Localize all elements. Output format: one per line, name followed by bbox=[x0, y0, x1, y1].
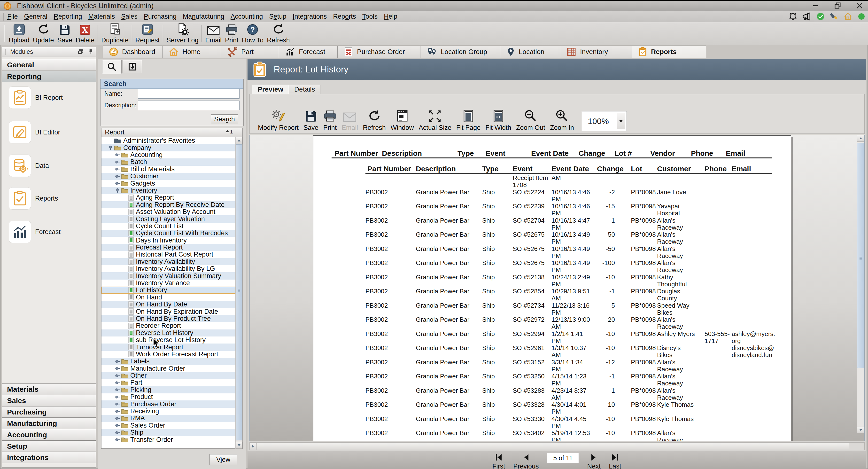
tree-item[interactable]: Cycle Count List bbox=[101, 223, 236, 230]
menu-item[interactable]: Manufacturing bbox=[180, 13, 227, 20]
report-tool-button[interactable]: Modify Report bbox=[255, 108, 301, 131]
zoom-level-combobox[interactable]: 100% bbox=[582, 111, 627, 131]
tree-expand-icon[interactable] bbox=[114, 409, 121, 414]
tree-item[interactable]: On Hand By Date bbox=[101, 301, 236, 308]
tree-item[interactable]: Inventory Valuation Summary bbox=[101, 272, 236, 279]
tree-expand-icon[interactable] bbox=[114, 380, 121, 385]
tree-item[interactable]: Other bbox=[101, 372, 236, 379]
report-tool-button[interactable]: Fit Width bbox=[483, 108, 514, 131]
tree-scroll-up-icon[interactable] bbox=[236, 137, 242, 144]
tree-expand-icon[interactable] bbox=[114, 373, 121, 378]
tree-expand-icon[interactable] bbox=[114, 159, 121, 165]
report-tool-button[interactable]: Zoom In bbox=[548, 108, 577, 131]
tree-item[interactable]: Costing Layer Valuation bbox=[101, 215, 236, 222]
toolbar-button[interactable]: Print bbox=[223, 23, 240, 44]
tree-item[interactable]: Cycle Count List With Barcodes bbox=[101, 230, 236, 237]
tree-expand-icon[interactable] bbox=[114, 359, 121, 364]
module-section-header[interactable]: Manufacturing bbox=[2, 418, 96, 429]
tree-item[interactable]: Labels bbox=[101, 358, 236, 365]
previous-page-button[interactable]: Previous bbox=[513, 452, 538, 469]
tree-expand-icon[interactable] bbox=[114, 152, 121, 157]
preview-scroll-up-icon[interactable] bbox=[857, 135, 864, 142]
pin-panel-icon[interactable] bbox=[89, 49, 93, 55]
tree-expand-icon[interactable] bbox=[114, 437, 121, 442]
module-section-header[interactable]: Purchasing bbox=[2, 406, 96, 418]
menu-item[interactable]: Materials bbox=[85, 13, 118, 20]
module-shortcut[interactable]: Reports bbox=[9, 188, 58, 209]
view-button[interactable]: View bbox=[210, 454, 237, 465]
tree-item[interactable]: Purchase Order bbox=[101, 401, 236, 407]
tree-scroll-down-icon[interactable] bbox=[236, 442, 242, 449]
tree-scroll-thumb[interactable] bbox=[236, 145, 242, 440]
menu-item[interactable]: Reporting bbox=[51, 13, 85, 20]
tree-item[interactable]: Gadgets bbox=[101, 180, 236, 187]
notifications-bell-icon[interactable] bbox=[788, 12, 797, 21]
status-check-icon[interactable] bbox=[816, 12, 825, 21]
menu-item[interactable]: Tools bbox=[359, 13, 381, 20]
module-shortcut[interactable]: Forecast bbox=[9, 221, 61, 243]
report-tool-button[interactable]: Save bbox=[301, 108, 321, 131]
tree-item[interactable]: Inventory bbox=[101, 187, 236, 194]
report-tool-button[interactable]: Window bbox=[388, 108, 416, 131]
tree-item[interactable]: Company bbox=[101, 144, 236, 151]
toolbar-button[interactable]: Update bbox=[31, 23, 56, 44]
page-number-field[interactable]: 5 of 11 bbox=[547, 453, 579, 463]
tree-item[interactable]: Accounting bbox=[101, 151, 236, 158]
report-tree-header[interactable]: Report 1 bbox=[101, 128, 242, 137]
tree-item[interactable]: Bill of Materials bbox=[101, 166, 236, 173]
tree-expand-icon[interactable] bbox=[114, 188, 121, 193]
tree-item[interactable]: Work Order Forecast Report bbox=[101, 351, 236, 358]
tree-item[interactable]: Reverse Lot History bbox=[101, 330, 236, 337]
report-tool-button[interactable]: Fit Page bbox=[454, 108, 483, 131]
toolbar-button[interactable]: ? How To bbox=[240, 23, 266, 44]
module-shortcut[interactable]: Data bbox=[9, 155, 49, 177]
tree-item[interactable]: Customer bbox=[101, 173, 236, 180]
toolbar-button[interactable]: Request bbox=[134, 23, 161, 44]
preview-vertical-scrollbar[interactable] bbox=[857, 135, 864, 433]
tree-item[interactable]: Receiving bbox=[101, 408, 236, 415]
menu-item[interactable]: File bbox=[4, 13, 21, 20]
close-icon[interactable] bbox=[855, 2, 864, 9]
import-tab[interactable] bbox=[123, 60, 142, 73]
tree-expand-icon[interactable] bbox=[114, 423, 121, 428]
float-panel-icon[interactable] bbox=[78, 49, 84, 55]
menu-item[interactable]: Help bbox=[381, 13, 401, 20]
tree-item[interactable]: RMA bbox=[101, 415, 236, 422]
search-button[interactable]: Search bbox=[211, 114, 238, 124]
tree-item[interactable]: Forecast Report bbox=[101, 244, 236, 251]
menu-item[interactable]: Reports bbox=[330, 13, 359, 20]
module-section-header[interactable]: General bbox=[2, 59, 96, 70]
preview-scroll-right-icon[interactable] bbox=[250, 443, 256, 450]
report-tool-button[interactable]: Print bbox=[321, 108, 339, 131]
menu-item[interactable]: Integrations bbox=[289, 13, 330, 20]
tree-item[interactable]: sub Reverse Lot History bbox=[101, 337, 236, 344]
tree-item[interactable]: Asset Valuation By Account bbox=[101, 208, 236, 215]
tree-item[interactable]: Sales Order bbox=[101, 422, 236, 429]
module-section-header[interactable]: Sales bbox=[2, 395, 96, 406]
tree-vertical-scrollbar[interactable] bbox=[236, 137, 242, 449]
tree-item[interactable]: Administrator's Favorites bbox=[101, 137, 236, 144]
tree-item[interactable]: Batch bbox=[101, 158, 236, 165]
report-tool-button[interactable]: Refresh bbox=[361, 108, 388, 131]
tree-item[interactable]: Transfer Order bbox=[101, 436, 236, 443]
tree-expand-icon[interactable] bbox=[114, 166, 121, 172]
menu-item[interactable]: General bbox=[21, 13, 51, 20]
tree-item[interactable]: Days In Inventory bbox=[101, 237, 236, 244]
tree-item[interactable]: On Hand bbox=[101, 294, 236, 301]
tree-item[interactable]: Reorder Report bbox=[101, 322, 236, 329]
tree-item[interactable]: Inventory Availability By LG bbox=[101, 265, 236, 272]
tree-expand-icon[interactable] bbox=[114, 387, 121, 393]
tree-expand-icon[interactable] bbox=[114, 366, 121, 371]
toolbar-button[interactable]: X Delete bbox=[74, 23, 96, 44]
tree-item[interactable]: Aging Report bbox=[101, 194, 236, 201]
report-view-tab[interactable]: Details bbox=[289, 85, 321, 94]
menu-item[interactable]: Accounting bbox=[227, 13, 266, 20]
module-section-header[interactable]: Integrations bbox=[2, 452, 96, 463]
menu-item[interactable]: Setup bbox=[266, 13, 290, 20]
first-page-button[interactable]: First bbox=[492, 452, 505, 469]
tree-item[interactable]: Aging Report By Receive Date bbox=[101, 201, 236, 208]
tree-expand-icon[interactable] bbox=[114, 395, 121, 400]
preview-horizontal-scrollbar[interactable] bbox=[249, 442, 865, 450]
menu-item[interactable]: Purchasing bbox=[141, 13, 180, 20]
name-input[interactable] bbox=[138, 89, 240, 99]
